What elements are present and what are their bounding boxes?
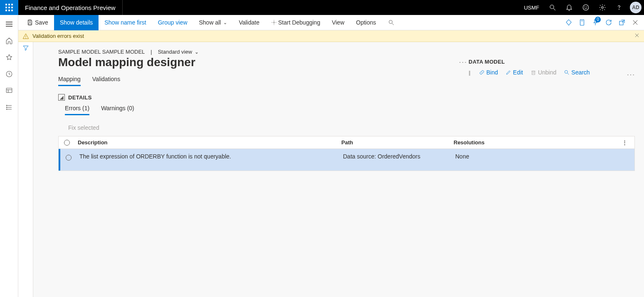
- company-code[interactable]: USMF: [519, 0, 544, 15]
- modules-icon[interactable]: [0, 100, 18, 115]
- svg-line-21: [392, 23, 394, 25]
- svg-point-6: [619, 9, 619, 10]
- view-menu[interactable]: View: [326, 15, 350, 30]
- error-row[interactable]: The list expression of ORDERBY function …: [59, 149, 634, 171]
- search-icon[interactable]: [544, 0, 561, 15]
- tab-mapping[interactable]: Mapping: [58, 76, 81, 86]
- svg-line-37: [568, 73, 569, 75]
- svg-point-5: [602, 7, 604, 9]
- row-description: The list expression of ORDERBY function …: [77, 153, 343, 160]
- svg-line-1: [553, 8, 555, 10]
- nav-expand-button[interactable]: [0, 17, 18, 32]
- tab-validations[interactable]: Validations: [92, 76, 120, 86]
- app-title: Finance and Operations Preview: [18, 0, 123, 15]
- grid-more-icon[interactable]: ⋮: [622, 139, 634, 146]
- svg-rect-18: [29, 23, 31, 25]
- svg-point-19: [273, 22, 275, 23]
- edit-button[interactable]: Edit: [506, 69, 523, 76]
- notifications-icon[interactable]: [561, 0, 577, 15]
- svg-rect-22: [580, 20, 584, 25]
- svg-point-4: [587, 7, 587, 7]
- row-select-radio[interactable]: [66, 155, 72, 161]
- save-button[interactable]: Save: [21, 15, 54, 30]
- avatar-initials: AD: [630, 2, 642, 13]
- svg-rect-33: [532, 71, 535, 74]
- svg-point-36: [565, 70, 568, 73]
- breadcrumb: SAMPLE MODEL SAMPLE MODEL: [58, 49, 145, 55]
- breadcrumb-separator: |: [151, 49, 152, 55]
- show-details-button[interactable]: Show details: [54, 15, 99, 30]
- column-header-path[interactable]: Path: [341, 139, 454, 146]
- svg-point-3: [585, 7, 585, 7]
- panel-drag-dots: ⋯: [459, 57, 467, 67]
- svg-point-0: [550, 5, 554, 9]
- toolbar-search-icon[interactable]: [382, 15, 400, 30]
- validate-button[interactable]: Validate: [233, 15, 265, 30]
- panel-drag-dots: ⋯: [627, 69, 635, 79]
- feedback-icon[interactable]: [577, 0, 594, 15]
- start-debugging-button[interactable]: Start Debugging: [265, 15, 326, 30]
- save-label: Save: [35, 19, 48, 26]
- recent-icon[interactable]: [0, 67, 18, 82]
- details-heading: DETAILS: [68, 94, 92, 101]
- column-header-resolutions[interactable]: Resolutions: [454, 139, 622, 146]
- row-resolutions: None: [455, 153, 622, 160]
- view-selector[interactable]: Standard view ⌄: [158, 49, 199, 55]
- favorites-icon[interactable]: [0, 50, 18, 65]
- refresh-icon[interactable]: [602, 15, 615, 30]
- column-header-description[interactable]: Description: [75, 139, 341, 146]
- data-model-heading: DATA MODEL: [469, 59, 635, 65]
- close-icon[interactable]: [629, 15, 642, 30]
- svg-rect-17: [29, 20, 31, 21]
- fix-selected-button[interactable]: Fix selected: [68, 124, 635, 131]
- svg-point-2: [583, 5, 589, 10]
- options-menu[interactable]: Options: [350, 15, 382, 30]
- popout-icon[interactable]: [616, 15, 628, 30]
- svg-rect-8: [6, 88, 12, 93]
- row-path: Data source: OrderedVendors: [343, 153, 455, 160]
- errors-grid: Description Path Resolutions ⋮ The list …: [58, 136, 635, 171]
- diamond-icon[interactable]: [563, 15, 575, 30]
- validation-warning-text: Validation errors exist: [32, 33, 84, 39]
- chevron-down-icon: ⌄: [195, 49, 199, 55]
- unbind-button: Unbind: [530, 69, 556, 76]
- app-launcher[interactable]: [0, 0, 18, 15]
- home-icon[interactable]: [0, 33, 18, 48]
- bind-button[interactable]: Bind: [479, 69, 498, 76]
- attachments-icon[interactable]: [576, 15, 588, 30]
- svg-point-20: [389, 20, 392, 24]
- group-view-button[interactable]: Group view: [152, 15, 193, 30]
- tab-warnings[interactable]: Warnings (0): [101, 105, 134, 115]
- filter-icon[interactable]: [22, 45, 29, 297]
- svg-point-30: [26, 37, 26, 38]
- chevron-down-icon: ⌄: [223, 20, 227, 25]
- settings-icon[interactable]: [594, 0, 611, 15]
- tab-errors[interactable]: Errors (1): [65, 105, 89, 115]
- pin-icon[interactable]: 0: [589, 15, 602, 30]
- search-button[interactable]: Search: [564, 69, 590, 76]
- show-name-first-button[interactable]: Show name first: [99, 15, 152, 30]
- user-avatar[interactable]: AD: [627, 0, 644, 15]
- help-icon[interactable]: [611, 0, 627, 15]
- show-all-menu[interactable]: Show all⌄: [193, 15, 233, 30]
- validation-warning-bar: Validation errors exist: [18, 30, 644, 42]
- details-collapse-icon[interactable]: ◢: [58, 94, 65, 101]
- warning-close-icon[interactable]: [634, 32, 640, 40]
- pin-badge: 0: [595, 17, 601, 22]
- splitter-grip-icon[interactable]: ||: [469, 69, 470, 76]
- workspaces-icon[interactable]: [0, 83, 18, 98]
- select-all-radio[interactable]: [64, 140, 70, 146]
